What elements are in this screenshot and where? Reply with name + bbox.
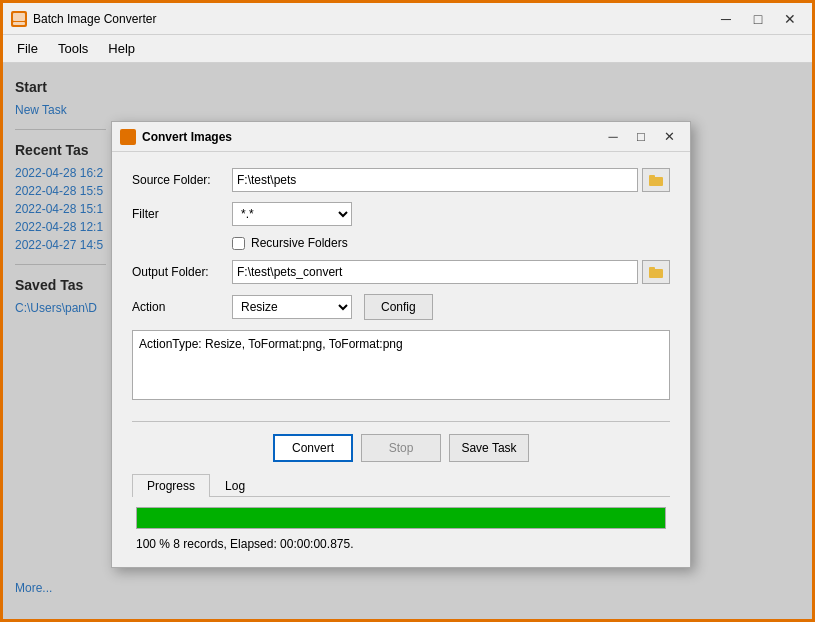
filter-row: Filter *.* *.jpg *.png *.bmp *.gif — [132, 202, 670, 226]
progress-bar-container — [136, 507, 666, 529]
filter-select[interactable]: *.* *.jpg *.png *.bmp *.gif — [232, 202, 352, 226]
folder-icon-2 — [649, 265, 663, 279]
config-button[interactable]: Config — [364, 294, 433, 320]
convert-images-dialog: Convert Images ─ □ ✕ Source Folder: — [111, 121, 691, 568]
recursive-label[interactable]: Recursive Folders — [251, 236, 348, 250]
svg-rect-3 — [649, 175, 655, 179]
convert-button[interactable]: Convert — [273, 434, 353, 462]
tab-log[interactable]: Log — [210, 474, 260, 497]
button-row: Convert Stop Save Task — [132, 434, 670, 462]
close-button[interactable]: ✕ — [776, 9, 804, 29]
app-title: Batch Image Converter — [33, 12, 712, 26]
source-folder-browse-button[interactable] — [642, 168, 670, 192]
action-select[interactable]: Resize Convert Crop Rotate — [232, 295, 352, 319]
recursive-checkbox[interactable] — [232, 237, 245, 250]
title-bar: Batch Image Converter ─ □ ✕ — [3, 3, 812, 35]
menu-bar: File Tools Help — [3, 35, 812, 63]
menu-tools[interactable]: Tools — [48, 37, 98, 60]
dialog-title: Convert Images — [142, 130, 600, 144]
recursive-folders-row: Recursive Folders — [132, 236, 670, 250]
output-folder-browse-button[interactable] — [642, 260, 670, 284]
dialog-title-bar: Convert Images ─ □ ✕ — [112, 122, 690, 152]
dialog-maximize-button[interactable]: □ — [628, 127, 654, 147]
content-area: Start New Task Recent Tas 2022-04-28 16:… — [3, 63, 812, 619]
source-folder-row: Source Folder: — [132, 168, 670, 192]
dialog-controls: ─ □ ✕ — [600, 127, 682, 147]
source-folder-label: Source Folder: — [132, 173, 232, 187]
menu-file[interactable]: File — [7, 37, 48, 60]
svg-rect-1 — [13, 22, 25, 25]
progress-text: 100 % 8 records, Elapsed: 00:00:00.875. — [136, 537, 666, 551]
source-folder-input[interactable] — [232, 168, 638, 192]
output-folder-input[interactable] — [232, 260, 638, 284]
output-folder-row: Output Folder: — [132, 260, 670, 284]
folder-icon — [649, 173, 663, 187]
app-icon — [11, 11, 27, 27]
svg-rect-5 — [649, 267, 655, 271]
tab-progress[interactable]: Progress — [132, 474, 210, 497]
output-folder-group — [232, 260, 670, 284]
dialog-minimize-button[interactable]: ─ — [600, 127, 626, 147]
dialog-close-button[interactable]: ✕ — [656, 127, 682, 147]
title-bar-controls: ─ □ ✕ — [712, 9, 804, 29]
main-window: Batch Image Converter ─ □ ✕ File Tools H… — [0, 0, 815, 622]
maximize-button[interactable]: □ — [744, 9, 772, 29]
action-row: Action Resize Convert Crop Rotate Config — [132, 294, 670, 320]
save-task-button[interactable]: Save Task — [449, 434, 529, 462]
dialog-separator — [132, 421, 670, 422]
progress-area: 100 % 8 records, Elapsed: 00:00:00.875. — [132, 507, 670, 551]
dialog-body: Source Folder: Filter — [112, 152, 690, 567]
dialog-icon — [120, 129, 136, 145]
filter-label: Filter — [132, 207, 232, 221]
source-folder-group — [232, 168, 670, 192]
action-group: Resize Convert Crop Rotate Config — [232, 294, 670, 320]
action-text-area[interactable] — [132, 330, 670, 400]
svg-rect-0 — [13, 13, 25, 21]
stop-button: Stop — [361, 434, 441, 462]
tab-bar: Progress Log — [132, 474, 670, 497]
filter-group: *.* *.jpg *.png *.bmp *.gif — [232, 202, 670, 226]
progress-bar-fill — [137, 508, 665, 528]
menu-help[interactable]: Help — [98, 37, 145, 60]
minimize-button[interactable]: ─ — [712, 9, 740, 29]
output-folder-label: Output Folder: — [132, 265, 232, 279]
action-label: Action — [132, 300, 232, 314]
